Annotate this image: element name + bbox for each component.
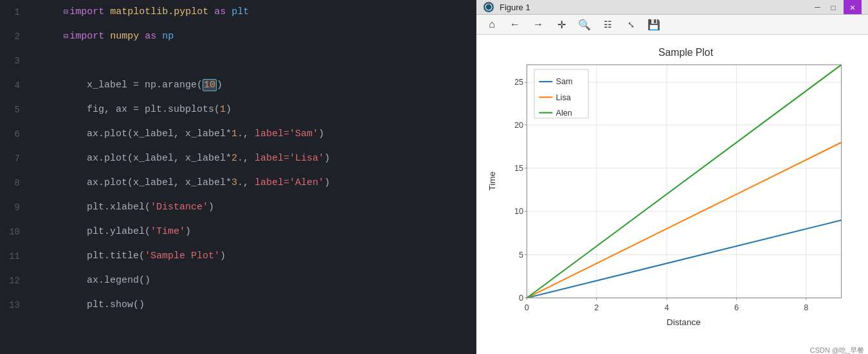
svg-text:6: 6 bbox=[734, 303, 739, 312]
line-number-4: 4 bbox=[0, 73, 29, 98]
collapse-icon-2[interactable]: ⊟ bbox=[64, 32, 68, 41]
x-axis-label: Distance bbox=[667, 317, 701, 327]
svg-text:0: 0 bbox=[519, 294, 523, 303]
figure-titlebar: Figure 1 ― ☐ ✕ bbox=[476, 0, 868, 15]
home-button[interactable]: ⌂ bbox=[482, 15, 502, 34]
plot-title: Sample Plot bbox=[658, 47, 714, 58]
line-number-5: 5 bbox=[0, 98, 29, 122]
figure-window: Figure 1 ― ☐ ✕ ⌂ ← → ✛ 🔍 ☷ ⤡ 💾 Sample Pl… bbox=[476, 0, 868, 354]
legend-alen-label: Alen bbox=[556, 109, 572, 118]
chart-svg: Sample Plot bbox=[483, 41, 862, 339]
line-number-2: 2 bbox=[0, 24, 29, 49]
matplotlib-icon bbox=[483, 1, 494, 13]
svg-text:0: 0 bbox=[525, 303, 529, 312]
watermark: CSDN @吃_早餐 bbox=[809, 346, 864, 354]
maximize-button[interactable]: ☐ bbox=[828, 2, 838, 13]
save-button[interactable]: 💾 bbox=[644, 15, 664, 34]
svg-text:25: 25 bbox=[514, 78, 523, 87]
line-number-10: 10 bbox=[0, 220, 29, 244]
code-content-13: plt.show() bbox=[29, 269, 476, 342]
line-number-7: 7 bbox=[0, 146, 29, 171]
pan-button[interactable]: ✛ bbox=[551, 15, 572, 34]
legend-sam-label: Sam bbox=[556, 77, 573, 86]
line-number-8: 8 bbox=[0, 171, 29, 195]
svg-text:10: 10 bbox=[514, 207, 523, 216]
svg-text:15: 15 bbox=[514, 164, 523, 173]
config-button[interactable]: ☷ bbox=[597, 15, 618, 34]
svg-text:2: 2 bbox=[594, 303, 599, 312]
back-button[interactable]: ← bbox=[505, 15, 525, 34]
edit-button[interactable]: ⤡ bbox=[620, 15, 641, 34]
y-axis-label: Time bbox=[487, 172, 497, 191]
svg-point-2 bbox=[488, 3, 490, 5]
svg-text:20: 20 bbox=[514, 121, 523, 130]
line-number-6: 6 bbox=[0, 122, 29, 146]
svg-text:8: 8 bbox=[804, 303, 808, 312]
code-editor: 1 ⊟import matplotlib.pyplot as plt 2 ⊟im… bbox=[0, 0, 476, 354]
code-line-2: 2 ⊟import numpy as np bbox=[0, 24, 476, 49]
forward-button[interactable]: → bbox=[528, 15, 548, 34]
legend-lisa-label: Lisa bbox=[556, 93, 572, 102]
line-number-12: 12 bbox=[0, 269, 29, 293]
minimize-button[interactable]: ― bbox=[812, 2, 822, 12]
line-number-13: 13 bbox=[0, 293, 29, 317]
line-number-11: 11 bbox=[0, 244, 29, 269]
window-controls: ― ☐ ✕ bbox=[812, 0, 862, 14]
svg-text:5: 5 bbox=[519, 251, 523, 260]
close-button[interactable]: ✕ bbox=[844, 0, 862, 14]
figure-toolbar: ⌂ ← → ✛ 🔍 ☷ ⤡ 💾 bbox=[476, 15, 868, 35]
figure-title: Figure 1 bbox=[500, 3, 812, 12]
code-line-13: 13 plt.show() bbox=[0, 293, 476, 317]
plot-area: Sample Plot bbox=[476, 35, 868, 354]
line-number-1: 1 bbox=[0, 0, 29, 24]
svg-text:4: 4 bbox=[665, 303, 669, 312]
zoom-button[interactable]: 🔍 bbox=[574, 15, 595, 34]
line-number-9: 9 bbox=[0, 195, 29, 220]
line-number-3: 3 bbox=[0, 49, 29, 73]
